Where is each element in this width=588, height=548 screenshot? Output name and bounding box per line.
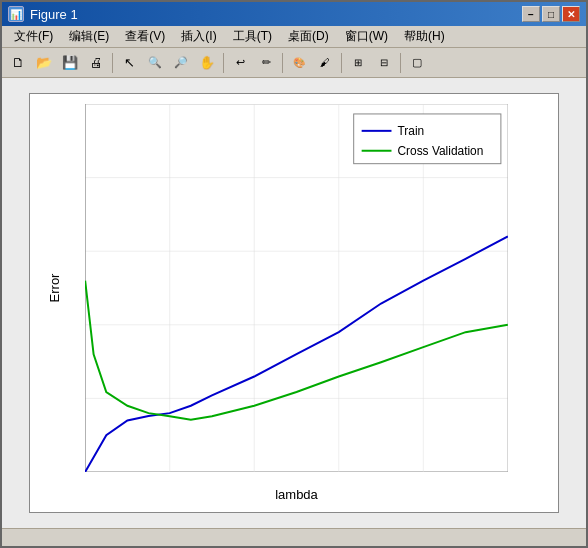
separator-3 (282, 53, 283, 73)
x-axis-label: lambda (275, 487, 318, 502)
print-button[interactable]: 🖨 (84, 51, 108, 75)
menu-edit[interactable]: 编辑(E) (61, 26, 117, 47)
colormap-button[interactable]: 🎨 (287, 51, 311, 75)
statusbar (2, 528, 586, 546)
new-button[interactable]: 🗋 (6, 51, 30, 75)
train-line (85, 236, 508, 472)
minimize-button[interactable]: − (522, 6, 540, 22)
square-button[interactable]: ▢ (405, 51, 429, 75)
title-bar: 📊 Figure 1 − □ ✕ (2, 2, 586, 26)
menubar: 文件(F) 编辑(E) 查看(V) 插入(I) 工具(T) 桌面(D) 窗口(W… (2, 26, 586, 48)
separator-2 (223, 53, 224, 73)
grid2-button[interactable]: ⊟ (372, 51, 396, 75)
menu-help[interactable]: 帮助(H) (396, 26, 453, 47)
pan-tool[interactable]: ✋ (195, 51, 219, 75)
plot-container: Error lambda (29, 93, 559, 513)
legend-cv-label: Cross Validation (397, 144, 483, 158)
zoom-in-tool[interactable]: 🔍 (143, 51, 167, 75)
open-button[interactable]: 📂 (32, 51, 56, 75)
menu-view[interactable]: 查看(V) (117, 26, 173, 47)
zoom-out-tool[interactable]: 🔎 (169, 51, 193, 75)
legend-train-label: Train (397, 124, 424, 138)
title-controls[interactable]: − □ ✕ (522, 6, 580, 22)
plot-area: Error lambda (2, 78, 586, 528)
cv-line (85, 281, 508, 420)
pointer-tool[interactable]: ↖ (117, 51, 141, 75)
brush-button[interactable]: 🖌 (313, 51, 337, 75)
separator-4 (341, 53, 342, 73)
separator-1 (112, 53, 113, 73)
chart-svg: 0 5 10 15 20 25 0 2 4 6 8 10 (85, 104, 508, 472)
rotate-tool[interactable]: ↩ (228, 51, 252, 75)
maximize-button[interactable]: □ (542, 6, 560, 22)
close-button[interactable]: ✕ (562, 6, 580, 22)
menu-desktop[interactable]: 桌面(D) (280, 26, 337, 47)
y-axis-label: Error (47, 274, 62, 303)
data-cursor[interactable]: ✏ (254, 51, 278, 75)
toolbar: 🗋 📂 💾 🖨 ↖ 🔍 🔎 ✋ ↩ ✏ 🎨 🖌 ⊞ ⊟ ▢ (2, 48, 586, 78)
main-window: 📊 Figure 1 − □ ✕ 文件(F) 编辑(E) 查看(V) 插入(I)… (0, 0, 588, 548)
app-icon: 📊 (8, 6, 24, 22)
save-button[interactable]: 💾 (58, 51, 82, 75)
separator-5 (400, 53, 401, 73)
menu-tools[interactable]: 工具(T) (225, 26, 280, 47)
window-title: Figure 1 (30, 7, 78, 22)
menu-insert[interactable]: 插入(I) (173, 26, 224, 47)
plot-inner: Error lambda (85, 104, 508, 472)
grid-button[interactable]: ⊞ (346, 51, 370, 75)
title-bar-left: 📊 Figure 1 (8, 6, 78, 22)
menu-window[interactable]: 窗口(W) (337, 26, 396, 47)
menu-file[interactable]: 文件(F) (6, 26, 61, 47)
